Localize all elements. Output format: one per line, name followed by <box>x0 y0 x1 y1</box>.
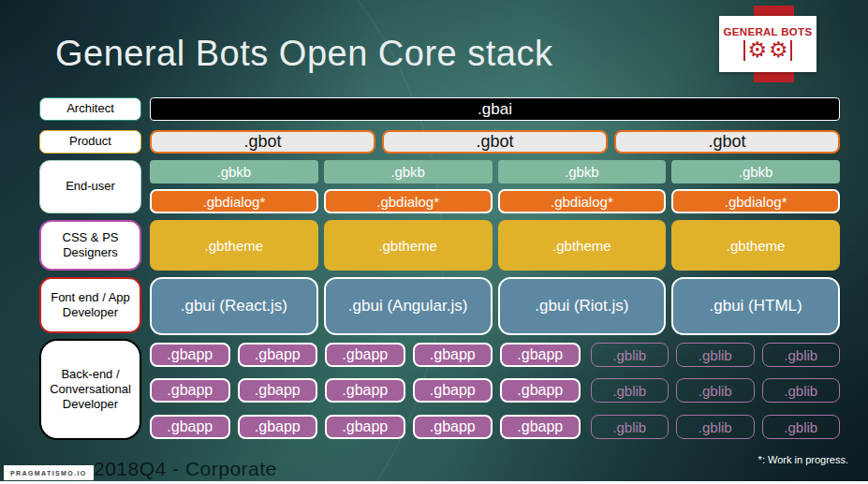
gbapp-box: .gbapp <box>238 343 318 367</box>
gblib-box: .gblib <box>591 378 669 403</box>
gbtheme-box: .gbtheme <box>498 220 667 271</box>
gbui-angular-box: .gbui (Angular.js) <box>324 277 493 335</box>
gbui-riot-box: .gbui (Riot.js) <box>498 277 667 335</box>
gbapp-box: .gbapp <box>150 343 230 367</box>
slide-canvas: General Bots Open Core stack GENERAL BOT… <box>0 0 868 484</box>
role-label-backend-conversational-developer: Back-end / Conversational Developer <box>39 339 141 440</box>
gblib-box: .gblib <box>676 343 755 367</box>
gbtheme-box: .gbtheme <box>324 220 493 271</box>
slide-footer-caption: 2018Q4 - Corporate <box>94 458 277 480</box>
gears-icon: ⚙ ⚙ <box>743 38 792 63</box>
gbapp-box: .gbapp <box>325 415 405 439</box>
general-bots-logo: GENERAL BOTS ⚙ ⚙ <box>719 16 817 72</box>
gear-bar-left-icon <box>743 40 746 61</box>
gbapp-box: .gbapp <box>413 378 493 403</box>
gbai-box: .gbai <box>150 97 840 121</box>
row-gbui: .gbui (React.js) .gbui (Angular.js) .gbu… <box>150 277 840 335</box>
gbapp-box: .gbapp <box>500 343 581 367</box>
row-gbot: .gbot .gbot .gbot <box>150 130 840 154</box>
gbot-box: .gbot <box>382 130 608 154</box>
gblib-box: .gblib <box>762 415 841 439</box>
gbapp-box: .gbapp <box>325 343 405 367</box>
gbdialog-box: .gbdialog* <box>150 189 318 213</box>
gbapp-box: .gbapp <box>500 378 581 403</box>
role-label-end-user: End-user <box>39 160 141 213</box>
role-label-product: Product <box>39 130 141 154</box>
gbapp-box: .gbapp <box>150 378 230 403</box>
gbkb-box: .gbkb <box>324 160 493 183</box>
gbtheme-box: .gbtheme <box>671 220 840 271</box>
gblib-box: .gblib <box>591 415 669 439</box>
gear-icon: ⚙ <box>769 39 788 61</box>
row-gbai: .gbai <box>150 97 840 121</box>
gbapp-box: .gbapp <box>413 343 493 367</box>
gbapp-box: .gbapp <box>413 415 493 439</box>
gbot-box: .gbot <box>150 130 375 154</box>
gbdialog-box: .gbdialog* <box>324 189 493 213</box>
gbapp-box: .gbapp <box>500 415 581 439</box>
gblib-box: .gblib <box>676 378 755 403</box>
gbot-box: .gbot <box>614 130 840 154</box>
gbui-react-box: .gbui (React.js) <box>150 277 318 335</box>
gblib-box: .gblib <box>676 415 755 439</box>
gbui-html-box: .gbui (HTML) <box>671 277 840 335</box>
logo-brand-text: GENERAL BOTS <box>724 26 813 37</box>
gbdialog-box: .gbdialog* <box>498 189 667 213</box>
work-in-progress-note: *: Work in progress. <box>758 454 848 465</box>
pragmatismo-brand-badge: PRAGMATISMO.IO <box>4 465 94 480</box>
gbapp-box: .gbapp <box>325 378 405 403</box>
gbapp-box: .gbapp <box>238 415 318 439</box>
row-gbapp-gblib-2: .gbapp .gbapp .gbapp .gbapp .gbapp .gbli… <box>150 378 840 403</box>
gbkb-box: .gbkb <box>498 160 667 183</box>
gblib-box: .gblib <box>591 343 669 367</box>
gbapp-box: .gbapp <box>238 378 318 403</box>
gear-bar-right-icon <box>790 40 793 61</box>
gblib-box: .gblib <box>762 343 841 367</box>
row-gbapp-gblib-1: .gbapp .gbapp .gbapp .gbapp .gbapp .gbli… <box>150 343 840 367</box>
gbdialog-box: .gbdialog* <box>671 189 840 213</box>
row-gbkb: .gbkb .gbkb .gbkb .gbkb <box>150 160 840 183</box>
role-label-css-ps-designers: CSS & PS Designers <box>39 220 141 271</box>
gbkb-box: .gbkb <box>150 160 318 183</box>
gear-icon: ⚙ <box>747 39 767 61</box>
gbtheme-box: .gbtheme <box>150 220 318 271</box>
row-gbtheme: .gbtheme .gbtheme .gbtheme .gbtheme <box>150 220 840 271</box>
row-gbdialog: .gbdialog* .gbdialog* .gbdialog* .gbdial… <box>150 189 840 213</box>
role-label-frontend-app-developer: Font end / App Developer <box>39 277 141 333</box>
gbkb-box: .gbkb <box>671 160 840 183</box>
gblib-box: .gblib <box>762 378 841 403</box>
gbapp-box: .gbapp <box>150 415 230 439</box>
page-title: General Bots Open Core stack <box>55 34 552 74</box>
row-gbapp-gblib-3: .gbapp .gbapp .gbapp .gbapp .gbapp .gbli… <box>150 415 840 439</box>
role-label-architect: Architect <box>39 97 141 121</box>
